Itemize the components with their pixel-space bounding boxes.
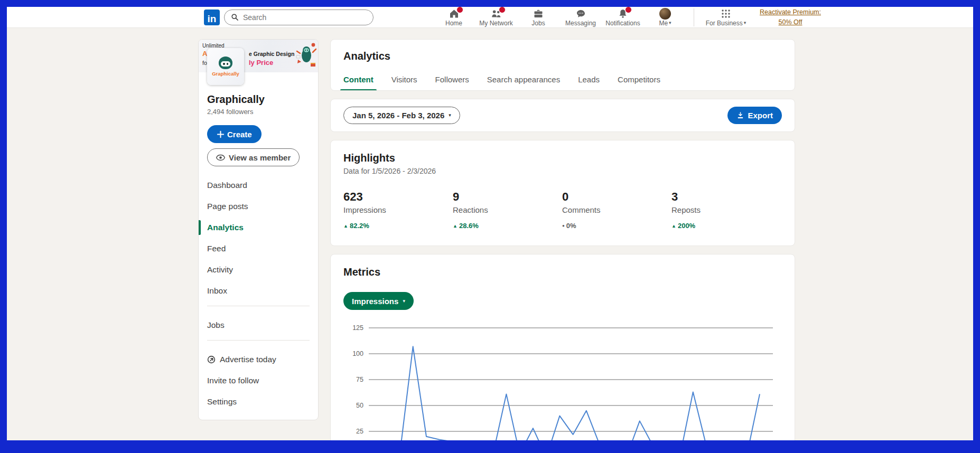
nav-me[interactable]: Me▾ [644,8,686,27]
svg-text:50: 50 [356,402,363,409]
nav-items: Home My Network [433,8,686,27]
notifications-icon [618,8,628,19]
highlights-card: Highlights Data for 1/5/2026 - 2/3/2026 … [330,140,795,246]
my-network-badge [499,6,506,13]
metrics-title: Metrics [343,266,782,278]
sidebar-item-settings[interactable]: Settings [199,391,318,412]
advertise-icon [207,355,216,364]
analytics-header-card: Analytics Content Visitors Followers Sea… [330,39,795,91]
messaging-icon [575,8,586,19]
highlights-title: Highlights [343,152,782,164]
export-button[interactable]: Export [727,107,782,124]
svg-text:125: 125 [352,324,363,332]
analytics-tabs: Content Visitors Followers Search appear… [343,71,782,90]
stat-reactions: 9 Reactions ▲28.6% [453,190,562,230]
followers-count: 2,494 followers [207,108,310,116]
sidebar-item-advertise-today[interactable]: Advertise today [199,349,318,370]
banner-mascot-illustration [296,42,317,69]
grid-icon [721,8,731,19]
analytics-page-title: Analytics [343,50,782,62]
download-icon [736,111,744,119]
chevron-down-icon: ▾ [669,21,671,25]
tab-search-appearances[interactable]: Search appearances [487,71,560,90]
metrics-card: Metrics Impressions ▾ 125100755025 [330,254,795,453]
eye-icon [216,154,225,161]
page-title: Graphically [207,93,310,106]
search-input[interactable] [243,13,367,22]
nav-messaging[interactable]: Messaging [559,8,602,27]
tab-competitors[interactable]: Competitors [618,71,660,90]
search-icon [231,13,239,21]
svg-text:75: 75 [356,376,363,383]
page-logo[interactable]: Graphically [207,48,244,85]
highlights-stats: 623 Impressions ▲82.2% 9 Reactions ▲28.6… [343,190,782,230]
impressions-chart: 125100755025 [343,323,782,453]
chevron-down-icon: ▾ [449,113,451,118]
graphically-owl-icon [219,56,232,69]
analytics-main: Analytics Content Visitors Followers Sea… [330,39,795,453]
linkedin-logo[interactable]: in [204,10,220,25]
screenshot-frame: in Home [0,0,980,453]
metric-selector-dropdown[interactable]: Impressions ▾ [343,292,414,310]
sidebar-menu: Dashboard Page posts Analytics Feed Acti… [199,175,318,301]
nav-notifications[interactable]: Notifications [602,8,644,27]
sidebar-item-activity[interactable]: Activity [199,259,318,280]
sidebar-item-analytics[interactable]: Analytics [199,217,318,238]
svg-text:25: 25 [356,428,363,435]
svg-text:100: 100 [352,350,363,357]
tab-followers[interactable]: Followers [435,71,469,90]
chevron-down-icon: ▾ [744,21,746,25]
nav-for-business[interactable]: For Business▾ [702,8,750,27]
sidebar-footer-menu: Advertise today Invite to follow Setting… [199,349,318,412]
tab-content[interactable]: Content [343,71,374,90]
home-badge [456,6,463,13]
top-navigation: in Home [7,7,973,28]
view-as-member-button[interactable]: View as member [207,148,300,166]
home-icon [449,8,460,19]
sidebar-item-feed[interactable]: Feed [199,238,318,259]
tab-leads[interactable]: Leads [578,71,600,90]
reactivate-premium-link[interactable]: Reactivate Premium: 50% Off [755,7,825,26]
divider [207,340,310,341]
trend-flat-icon: ● [562,223,565,228]
trend-up-icon: ▲ [671,223,676,229]
nav-divider [694,8,694,26]
sidebar-item-dashboard[interactable]: Dashboard [199,175,318,196]
nav-jobs[interactable]: Jobs [517,8,559,27]
notifications-badge [625,6,632,13]
sidebar-item-jobs[interactable]: Jobs [199,315,318,336]
highlights-subtitle: Data for 1/5/2026 - 2/3/2026 [343,167,782,175]
sidebar-item-page-posts[interactable]: Page posts [199,196,318,217]
date-range-dropdown[interactable]: Jan 5, 2026 - Feb 3, 2026 ▾ [343,107,460,124]
stat-impressions: 623 Impressions ▲82.2% [343,190,453,230]
plus-icon [217,130,225,138]
trend-up-icon: ▲ [343,223,348,229]
page-sidebar: Unlimited Ag e Graphic Design for ly Pri… [198,39,319,420]
filter-card: Jan 5, 2026 - Feb 3, 2026 ▾ Export [330,99,795,132]
nav-my-network[interactable]: My Network [475,8,517,27]
stat-reposts: 3 Reposts ▲200% [671,190,781,230]
sidebar-item-inbox[interactable]: Inbox [199,280,318,301]
tab-visitors[interactable]: Visitors [391,71,417,90]
trend-up-icon: ▲ [453,223,458,229]
my-network-icon [490,8,502,19]
create-button[interactable]: Create [207,125,262,143]
sidebar-item-invite-to-follow[interactable]: Invite to follow [199,370,318,391]
jobs-icon [533,8,544,19]
search-bar[interactable] [224,10,374,25]
divider [207,306,310,306]
nav-home[interactable]: Home [433,8,475,27]
stat-comments: 0 Comments ●0% [562,190,671,230]
chevron-down-icon: ▾ [403,299,405,304]
me-avatar [659,8,671,20]
